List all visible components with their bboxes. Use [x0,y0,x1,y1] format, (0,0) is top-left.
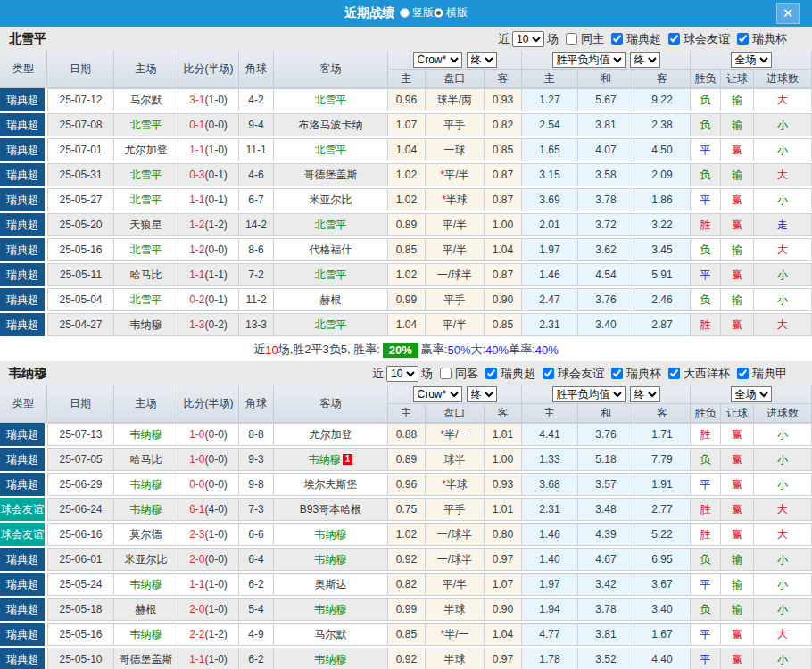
same-venue-checkbox[interactable] [566,33,577,45]
avg-home-odds: 1.97 [522,573,578,596]
league-checkbox-2[interactable] [611,368,623,379]
col-score: 比分(半场) [178,385,239,422]
fulltime-score: 2-3 [189,528,204,541]
fulltime-score: 1-1 [189,268,204,281]
avg-select[interactable]: 胜平负均值 [552,52,626,68]
score-cell: 1-3(0-2) [178,313,239,336]
same-venue-label: 同客 [455,366,478,382]
crow-select[interactable]: Crow* [413,52,462,68]
away-team-cell: 北雪平 [274,213,388,236]
avg-away-odds: 3.67 [634,573,691,596]
score-cell: 2-0(1-0) [178,598,239,621]
handicap-cell: 平/半 [426,238,485,261]
col-corner: 角球 [239,385,274,422]
halftime-score: (0-1) [205,194,228,206]
layout-radio-1[interactable]: 横版 [434,5,468,21]
crow-away-odds: 0.90 [485,598,522,621]
fulltime-score: 0-3 [189,169,204,181]
sub-handicap-result: 让球 [721,70,754,87]
league-cell: 瑞典超 [0,263,47,286]
avg-home-odds: 2.54 [522,113,578,136]
corner-cell: 6-2 [239,573,274,596]
away-team-cell: 北雪平 [274,138,388,161]
crow-select[interactable]: Crow* [413,386,462,402]
fulltime-score: 0-1 [189,119,204,131]
league-checkbox-3[interactable] [668,368,680,379]
halftime-score: (1-0) [205,94,228,106]
team-label: 赫根 [136,602,157,617]
full-select[interactable]: 全场 [731,52,772,68]
close-button[interactable]: ✕ [776,3,800,24]
avg-select[interactable]: 胜平负均值 [552,386,626,402]
avg-away-odds: 1.67 [634,623,691,646]
league-checkbox-0[interactable] [611,33,623,45]
crow-away-odds: 1.01 [485,498,522,521]
avg-away-odds: 6.95 [634,548,691,571]
halftime-score: (1-0) [205,603,228,615]
date-cell: 25-06-16 [47,523,114,546]
date-cell: 25-05-04 [47,288,114,311]
final-select-2[interactable]: 终 [630,386,660,402]
score-cell: 0-0(0-0) [178,473,239,496]
fulltime-score: 1-2 [189,219,204,231]
result-handicap: 输 [721,573,754,596]
fulltime-group: 全场 [691,385,812,404]
away-team-cell: B93哥本哈根 [274,498,388,521]
avg-home-odds: 1.94 [522,598,578,621]
league-label-0: 瑞典超 [501,366,535,382]
score-cell: 0-2(0-1) [178,288,239,311]
date-cell: 25-05-16 [47,238,114,261]
filter-bar: 近10场同主瑞典超球会友谊瑞典杯 [498,31,787,47]
handicap-cell: 平手 [426,498,485,521]
sub-home: 主 [388,70,426,87]
home-team-cell: 赫根 [114,598,178,621]
red-card-badge: 1 [343,454,353,465]
result-wdl: 胜 [691,313,721,336]
final-select[interactable]: 终 [467,52,497,68]
result-handicap: 赢 [721,648,754,669]
match-count-select[interactable]: 10 [512,31,544,47]
team-label: 布洛马波卡纳 [299,118,363,133]
league-checkbox-1[interactable] [543,368,554,379]
avg-away-odds: 2.87 [634,313,691,336]
crow-home-odds: 0.92 [388,648,426,669]
corner-cell: 8-6 [239,238,274,261]
corner-cell: 11-2 [239,288,274,311]
corner-cell: 4-9 [239,623,274,646]
full-select[interactable]: 全场 [731,386,772,402]
result-handicap: 赢 [721,448,754,471]
final-select-2[interactable]: 终 [630,52,660,68]
result-goals: 小 [754,573,812,596]
result-goals: 小 [754,188,812,211]
corner-cell: 7-3 [239,498,274,521]
league-checkbox-2[interactable] [737,33,749,45]
result-goals: 小 [754,288,812,311]
score-cell: 1-2(0-0) [178,238,239,261]
match-row: 瑞典超25-07-13韦纳穆1-0(0-0)8-8尤尔加登0.88*半/一1.0… [0,423,812,446]
col-type: 类型 [0,51,47,87]
result-goals: 小 [754,598,812,621]
layout-radio-0[interactable]: 竖版 [400,5,434,21]
league-checkbox-0[interactable] [485,368,497,379]
halftime-score: (0-0) [205,428,228,441]
corner-cell: 5-4 [239,598,274,621]
match-count-select[interactable]: 10 [386,366,418,382]
crow-away-odds: 0.87 [485,188,522,211]
final-select[interactable]: 终 [467,386,497,402]
team-label: 北雪平 [315,268,347,283]
crow-home-odds: 1.07 [388,113,426,136]
avg-home-odds: 1.33 [522,448,578,471]
score-cell: 6-1(4-0) [178,498,239,521]
date-cell: 25-04-27 [47,313,114,336]
league-label-1: 球会友谊 [684,31,730,47]
league-checkbox-1[interactable] [668,33,680,45]
result-wdl: 胜 [691,498,721,521]
crow-away-odds: 1.07 [485,573,522,596]
same-venue-checkbox[interactable] [440,368,452,379]
match-row: 瑞典超25-05-10哥德堡盖斯1-1(1-0)6-2韦纳穆0.92半球0.97… [0,648,812,669]
filter-bar: 近10场同客瑞典超球会友谊瑞典杯大西洋杯瑞典甲 [372,366,787,382]
summary-part: 40% [485,343,509,357]
league-checkbox-4[interactable] [737,368,749,379]
team-label: 马尔默 [130,93,162,108]
games-label: 场 [547,31,559,47]
